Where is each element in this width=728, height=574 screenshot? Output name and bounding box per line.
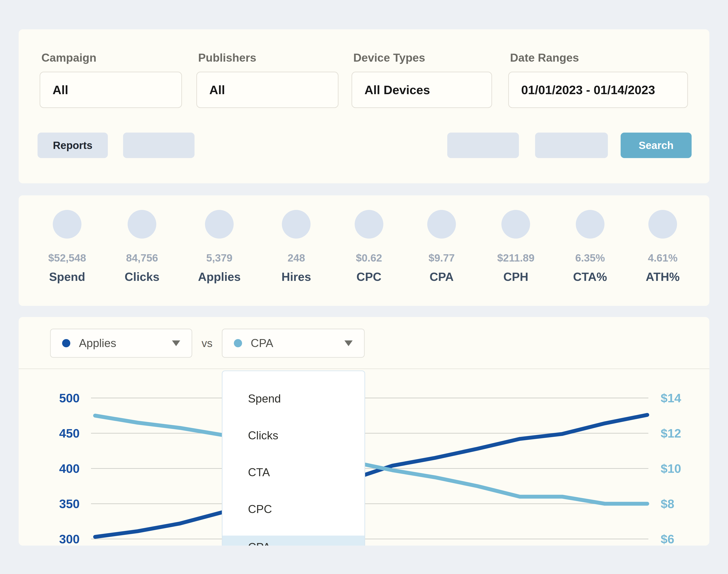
filters-panel: Campaign All Publishers All Device Types… bbox=[19, 29, 709, 183]
metric-tile-cph: $211.89CPH bbox=[497, 210, 534, 284]
reports-button-label: Reports bbox=[53, 139, 92, 152]
metric-label: CPA bbox=[430, 270, 454, 284]
series-b-dropdown-label: CPA bbox=[251, 337, 273, 350]
metric-tile-ath: 4.61%ATH% bbox=[646, 210, 680, 284]
metric-value: $9.77 bbox=[429, 252, 455, 264]
metric-tile-clicks: 84,756Clicks bbox=[125, 210, 159, 284]
menu-item-clicks[interactable]: Clicks bbox=[223, 417, 364, 454]
series-a-dropdown-label: Applies bbox=[79, 337, 116, 350]
search-button[interactable]: Search bbox=[621, 133, 692, 158]
metrics-summary-panel: $52,548Spend84,756Clicks5,379Applies248H… bbox=[19, 195, 709, 306]
cpa-line bbox=[95, 416, 647, 504]
left-axis-tick: 500 bbox=[59, 391, 80, 405]
filter-campaign: Campaign All bbox=[40, 29, 182, 111]
metric-value: 4.61% bbox=[648, 252, 678, 264]
metric-tile-spend: $52,548Spend bbox=[48, 210, 86, 284]
right-axis-tick: $10 bbox=[661, 462, 681, 475]
metric-value: 84,756 bbox=[126, 252, 158, 264]
chevron-down-icon bbox=[172, 340, 180, 346]
metric-icon-circle bbox=[205, 210, 234, 239]
metric-tile-cta: 6.35%CTA% bbox=[573, 210, 607, 284]
metric-tile-applies: 5,379Applies bbox=[198, 210, 241, 284]
metric-label: Hires bbox=[281, 270, 311, 284]
series-b-dropdown[interactable]: CPA bbox=[222, 329, 365, 358]
campaign-select[interactable]: All bbox=[40, 72, 182, 108]
filter-device-types: Device Types All Devices bbox=[352, 29, 492, 111]
toolbar-placeholder-button-2[interactable] bbox=[447, 133, 519, 158]
metric-tile-cpc: $0.62CPC bbox=[352, 210, 386, 284]
left-axis-tick: 400 bbox=[59, 462, 80, 475]
date-range-value: 01/01/2023 - 01/14/2023 bbox=[521, 83, 655, 97]
metric-value: $211.89 bbox=[497, 252, 534, 264]
toolbar-placeholder-button-1[interactable] bbox=[123, 133, 195, 158]
device-types-value: All Devices bbox=[364, 83, 430, 97]
filter-date-ranges: Date Ranges 01/01/2023 - 01/14/2023 bbox=[508, 29, 688, 111]
right-axis-tick: $6 bbox=[661, 532, 674, 545]
menu-item-cpa[interactable]: CPA bbox=[223, 536, 364, 545]
campaign-value: All bbox=[52, 83, 68, 97]
metric-icon-circle bbox=[53, 210, 81, 239]
metric-label: Spend bbox=[49, 270, 85, 284]
metric-value: $52,548 bbox=[48, 252, 86, 264]
menu-item-cta[interactable]: CTA bbox=[223, 454, 364, 491]
metric-label: ATH% bbox=[646, 270, 680, 284]
metric-icon-circle bbox=[576, 210, 604, 239]
series-a-dropdown[interactable]: Applies bbox=[50, 329, 192, 358]
filter-publishers: Publishers All bbox=[196, 29, 338, 111]
publishers-value: All bbox=[209, 83, 225, 97]
metric-icon-circle bbox=[501, 210, 530, 239]
search-button-label: Search bbox=[639, 139, 674, 152]
metric-dropdown-menu: SpendClicksCTACPCCPA bbox=[222, 370, 365, 545]
metric-icon-circle bbox=[282, 210, 311, 239]
chevron-down-icon bbox=[345, 340, 353, 346]
series-a-color-dot bbox=[62, 339, 70, 347]
menu-item-spend[interactable]: Spend bbox=[223, 380, 364, 417]
metric-label: CPH bbox=[503, 270, 528, 284]
metric-label: CTA% bbox=[573, 270, 607, 284]
toolbar-placeholder-button-3[interactable] bbox=[535, 133, 608, 158]
date-ranges-label: Date Ranges bbox=[510, 51, 579, 65]
left-axis-tick: 450 bbox=[59, 426, 80, 440]
metric-label: CPC bbox=[357, 270, 381, 284]
publishers-select[interactable]: All bbox=[196, 72, 338, 108]
metric-value: 5,379 bbox=[206, 252, 233, 264]
metric-tile-hires: 248Hires bbox=[279, 210, 313, 284]
metric-icon-circle bbox=[355, 210, 383, 239]
metric-label: Clicks bbox=[125, 270, 159, 284]
metric-icon-circle bbox=[427, 210, 456, 239]
publishers-label: Publishers bbox=[198, 51, 256, 65]
device-types-label: Device Types bbox=[353, 51, 425, 65]
date-range-picker[interactable]: 01/01/2023 - 01/14/2023 bbox=[508, 72, 688, 108]
metric-icon-circle bbox=[648, 210, 677, 239]
menu-item-cpc[interactable]: CPC bbox=[223, 491, 364, 528]
left-axis-tick: 350 bbox=[59, 497, 80, 510]
metric-value: 248 bbox=[288, 252, 305, 264]
metric-label: Applies bbox=[198, 270, 241, 284]
chart-panel: 500$14450$12400$10350$8300$6 Applies vs … bbox=[19, 317, 709, 545]
metric-value: $0.62 bbox=[356, 252, 382, 264]
metrics-row: $52,548Spend84,756Clicks5,379Applies248H… bbox=[19, 195, 709, 284]
left-axis-tick: 300 bbox=[59, 532, 80, 545]
campaign-label: Campaign bbox=[41, 51, 96, 65]
series-b-color-dot bbox=[234, 339, 242, 347]
right-axis-tick: $8 bbox=[661, 497, 674, 510]
right-axis-tick: $12 bbox=[661, 426, 681, 440]
vs-label: vs bbox=[192, 329, 222, 358]
metric-icon-circle bbox=[128, 210, 156, 239]
reports-button[interactable]: Reports bbox=[38, 133, 108, 158]
right-axis-tick: $14 bbox=[661, 391, 681, 405]
device-types-select[interactable]: All Devices bbox=[352, 72, 492, 108]
metric-tile-cpa: $9.77CPA bbox=[424, 210, 459, 284]
metric-value: 6.35% bbox=[575, 252, 605, 264]
